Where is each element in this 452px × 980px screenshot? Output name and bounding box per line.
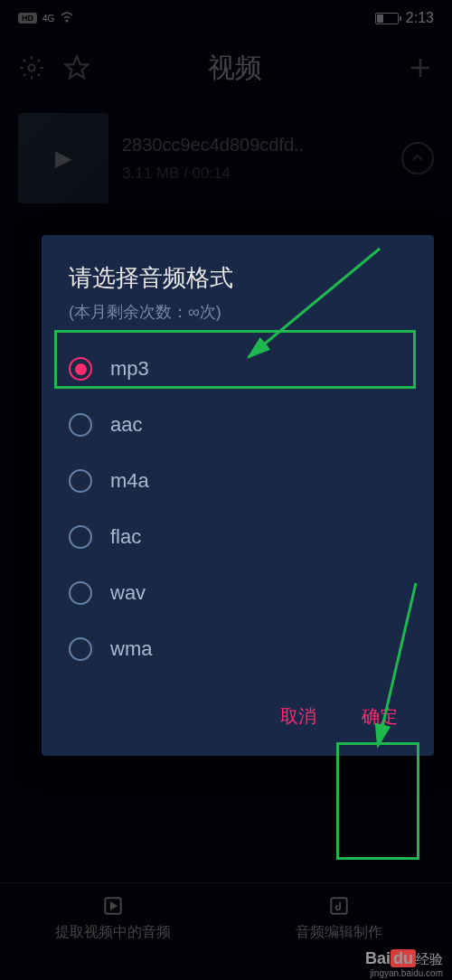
option-label: m4a — [110, 469, 149, 493]
format-option-wav[interactable]: wav — [42, 565, 434, 621]
format-option-flac[interactable]: flac — [42, 509, 434, 565]
radio-selected-icon — [69, 357, 92, 381]
format-option-m4a[interactable]: m4a — [42, 453, 434, 509]
audio-format-modal: 请选择音频格式 (本月剩余次数：∞次) mp3 aac m4a flac wav… — [42, 235, 434, 756]
brand-text: 经验 — [416, 951, 443, 966]
radio-icon — [69, 525, 92, 549]
watermark: Baidu经验 jingyan.baidu.com — [365, 949, 443, 978]
format-option-mp3[interactable]: mp3 — [42, 341, 434, 397]
radio-icon — [69, 637, 92, 661]
radio-icon — [69, 581, 92, 605]
modal-subtitle: (本月剩余次数：∞次) — [42, 301, 434, 323]
radio-icon — [69, 413, 92, 437]
watermark-brand: Baidu经验 — [365, 949, 443, 968]
brand-text: Bai — [365, 949, 391, 967]
brand-accent: du — [391, 949, 416, 967]
option-label: wma — [110, 637, 152, 661]
format-option-wma[interactable]: wma — [42, 621, 434, 677]
option-label: flac — [110, 525, 141, 549]
option-label: mp3 — [110, 357, 149, 381]
modal-actions: 取消 确定 — [42, 677, 434, 738]
confirm-button[interactable]: 确定 — [362, 704, 398, 729]
radio-icon — [69, 469, 92, 493]
cancel-button[interactable]: 取消 — [280, 704, 316, 729]
option-label: aac — [110, 413, 142, 437]
modal-title: 请选择音频格式 — [42, 262, 434, 294]
watermark-url: jingyan.baidu.com — [365, 968, 443, 978]
format-option-aac[interactable]: aac — [42, 397, 434, 453]
option-label: wav — [110, 581, 146, 605]
